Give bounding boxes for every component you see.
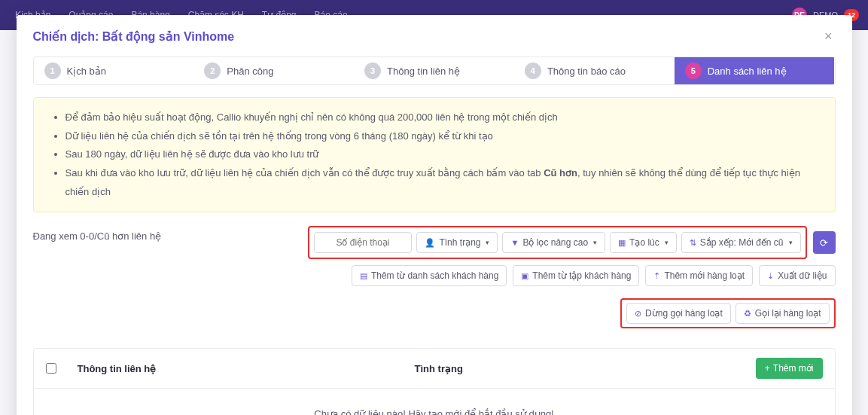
- search-input[interactable]: [314, 232, 412, 253]
- stop-icon: ⊘: [635, 309, 641, 319]
- warning-line: Dữ liệu liên hệ của chiến dịch sẽ tồn tạ…: [65, 127, 821, 146]
- action-row-2: ▤Thêm từ danh sách khách hàng ▣Thêm từ t…: [352, 265, 836, 286]
- modal-overlay: Chiến dịch: Bất động sản Vinhome × 1 Kịc…: [0, 0, 868, 415]
- add-new-button[interactable]: +Thêm mới: [756, 358, 823, 379]
- step-assign[interactable]: 2 Phân công: [193, 57, 354, 84]
- campaign-modal: Chiến dịch: Bất động sản Vinhome × 1 Kịc…: [17, 15, 852, 415]
- table-header: Thông tin liên hệ Tình trạng +Thêm mới: [34, 349, 835, 389]
- modal-header: Chiến dịch: Bất động sản Vinhome ×: [33, 29, 836, 44]
- filter-row-1: ⌕ 👤Tình trạng▾ ▼Bộ lọc nâng cao▾ ▦Tạo lú…: [308, 226, 835, 259]
- step-num-icon: 4: [525, 63, 541, 79]
- add-from-set-button[interactable]: ▣Thêm từ tập khách hàng: [513, 265, 639, 286]
- export-button[interactable]: ⇣Xuất dữ liệu: [759, 265, 835, 286]
- warning-line: Để đảm bảo hiệu suất hoạt động, Callio k…: [65, 108, 821, 127]
- step-label: Danh sách liên hệ: [708, 66, 787, 77]
- chevron-down-icon: ▾: [789, 239, 793, 246]
- bulk-add-button[interactable]: ⇡Thêm mới hàng loạt: [645, 265, 753, 286]
- chevron-down-icon: ▾: [486, 239, 489, 246]
- modal-title: Chiến dịch: Bất động sản Vinhome: [33, 29, 235, 44]
- step-label: Thông tin liên hệ: [387, 66, 460, 77]
- step-contact-info[interactable]: 3 Thông tin liên hệ: [354, 57, 514, 84]
- step-contact-list[interactable]: 5 Danh sách liên hệ: [675, 57, 835, 84]
- warning-line: Sau 180 ngày, dữ liệu liên hệ sẽ được đư…: [65, 145, 821, 164]
- user-icon: 👤: [425, 238, 435, 248]
- plus-icon: +: [765, 363, 770, 374]
- step-script[interactable]: 1 Kịch bản: [34, 57, 194, 84]
- chevron-down-icon: ▾: [593, 239, 597, 246]
- folder-icon: ▣: [521, 271, 528, 281]
- bulk-call-highlight-box: ⊘Dừng gọi hàng loạt ♻Gọi lại hàng loạt: [620, 298, 835, 328]
- status-filter-button[interactable]: 👤Tình trạng▾: [416, 232, 498, 253]
- step-num-icon: 1: [44, 63, 61, 79]
- viewing-status: Đang xem 0-0/Cũ hơn liên hệ: [33, 226, 162, 242]
- calendar-icon: ▦: [618, 238, 626, 248]
- filter-highlight-box: ⌕ 👤Tình trạng▾ ▼Bộ lọc nâng cao▾ ▦Tạo lú…: [308, 226, 806, 259]
- add-from-list-button[interactable]: ▤Thêm từ danh sách khách hàng: [352, 265, 507, 286]
- refresh-icon: ⟳: [820, 237, 828, 249]
- download-icon: ⇣: [767, 271, 774, 281]
- contacts-table: Thông tin liên hệ Tình trạng +Thêm mới C…: [33, 348, 836, 415]
- step-num-icon: 3: [364, 63, 381, 79]
- warning-panel: Để đảm bảo hiệu suất hoạt động, Callio k…: [33, 97, 836, 212]
- refresh-button[interactable]: ⟳: [813, 231, 836, 254]
- col-status: Tình trạng: [415, 363, 463, 374]
- controls-row: Đang xem 0-0/Cũ hơn liên hệ ⌕ 👤Tình trạn…: [33, 226, 836, 328]
- close-icon[interactable]: ×: [821, 29, 836, 44]
- sort-icon: ⇅: [690, 238, 696, 248]
- chevron-down-icon: ▾: [665, 239, 669, 246]
- step-label: Kịch bản: [67, 66, 106, 77]
- step-wizard: 1 Kịch bản 2 Phân công 3 Thông tin liên …: [33, 56, 836, 85]
- select-all-checkbox[interactable]: [46, 363, 56, 374]
- bulk-recall-button[interactable]: ♻Gọi lại hàng loạt: [736, 303, 830, 324]
- created-filter-button[interactable]: ▦Tạo lúc▾: [610, 232, 677, 253]
- search-wrap: ⌕: [314, 232, 412, 253]
- action-column: ⌕ 👤Tình trạng▾ ▼Bộ lọc nâng cao▾ ▦Tạo lú…: [308, 226, 835, 328]
- step-report-info[interactable]: 4 Thông tin báo cáo: [514, 57, 675, 84]
- upload-icon: ⇡: [653, 271, 660, 281]
- bulk-stop-button[interactable]: ⊘Dừng gọi hàng loạt: [626, 303, 731, 324]
- advanced-filter-button[interactable]: ▼Bộ lọc nâng cao▾: [502, 232, 605, 253]
- col-contact-info: Thông tin liên hệ: [78, 363, 394, 374]
- step-label: Phân công: [227, 66, 273, 77]
- step-num-icon: 2: [204, 63, 221, 79]
- warning-line: Sau khi đưa vào kho lưu trữ, dữ liệu liê…: [65, 164, 821, 201]
- step-num-icon: 5: [685, 63, 702, 79]
- list-icon: ▤: [360, 271, 367, 281]
- table-empty-state: Chưa có dữ liệu nào! Hãy tạo mới để bắt …: [34, 389, 835, 415]
- filter-icon: ▼: [510, 238, 519, 247]
- step-label: Thông tin báo cáo: [547, 66, 626, 77]
- recycle-icon: ♻: [744, 309, 751, 319]
- sort-button[interactable]: ⇅Sắp xếp: Mới đến cũ▾: [681, 232, 801, 253]
